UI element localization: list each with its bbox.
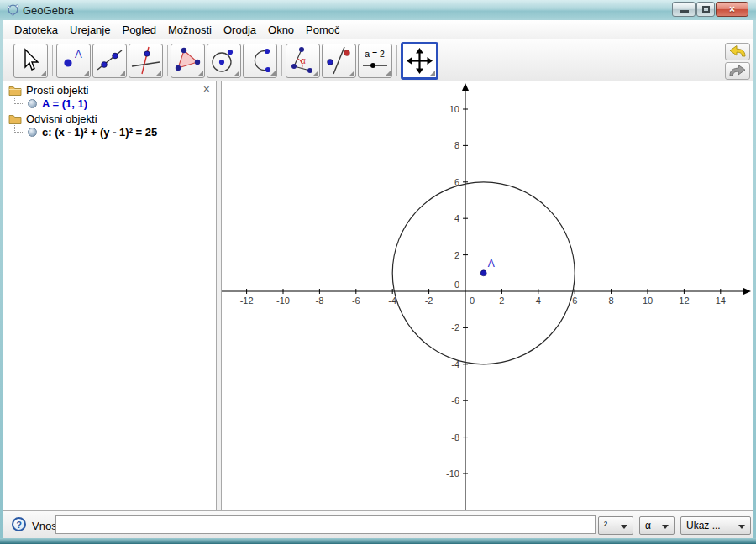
algebra-object-row[interactable]: A = (1, 1) [14,97,216,110]
tool-options-icon [312,71,318,76]
menu-item-orodja[interactable]: Orodja [218,20,262,36]
algebra-section[interactable]: Prosti objekti [8,84,216,97]
undo-icon [726,44,749,60]
geogebra-logo-icon [7,3,19,16]
menu-item-pogled[interactable]: Pogled [116,20,161,36]
svg-text:-8: -8 [316,296,324,306]
y-axis-arrow [462,83,469,91]
geogebra-window: GeoGebra × DatotekaUrejanjePogledMožnost… [0,0,756,544]
close-button[interactable]: × [716,2,748,17]
dropdown-value: α [645,520,651,531]
tool-angle-button[interactable]: α [286,44,320,78]
tool-options-icon [197,71,203,76]
folder-icon [8,85,22,96]
object-visibility-marble-icon[interactable] [28,128,37,137]
toolbar-separator [396,45,397,76]
svg-text:2: 2 [454,250,459,260]
svg-text:0: 0 [470,296,475,306]
tool-new-point-button[interactable]: A [56,44,91,78]
svg-text:α: α [301,56,306,65]
svg-text:-10: -10 [446,468,459,479]
toolbar-separator [52,45,53,76]
algebra-section[interactable]: Odvisni objekti [8,112,216,125]
tool-line-button[interactable] [92,44,127,78]
object-visibility-marble-icon[interactable] [28,99,37,108]
maximize-button[interactable] [696,2,715,17]
tool-move-graphics-view-button[interactable] [401,42,438,80]
command-dropdown[interactable]: Ukaz ... [680,516,751,535]
svg-text:8: 8 [454,140,459,150]
menu-item-urejanje[interactable]: Urejanje [64,20,116,36]
dropdown-value: ² [604,520,607,531]
svg-text:0: 0 [454,280,459,290]
dropdown-value: Ukaz ... [686,520,721,531]
tree-connector [14,125,24,133]
tool-slider-button[interactable]: a = 2 [358,44,392,78]
redo-icon [726,63,749,79]
maximize-icon [702,6,710,13]
algebra-close-icon[interactable]: × [203,82,210,96]
svg-text:-2: -2 [425,296,433,306]
x-axis-arrow [743,288,751,295]
symbol-superscript-dropdown[interactable]: ² [598,516,633,535]
minimize-icon [680,10,689,13]
svg-text:8: 8 [609,296,614,306]
menu-item-okno[interactable]: Okno [262,20,300,36]
svg-text:-12: -12 [240,296,254,306]
menu-item-pomoč[interactable]: Pomoč [300,20,345,36]
algebra-section-label: Odvisni objekti [26,112,97,125]
svg-text:12: 12 [679,296,689,306]
algebra-object-text: c: (x - 1)² + (y - 1)² = 25 [42,126,157,139]
chevron-down-icon [662,525,669,529]
undo-button[interactable] [725,43,750,60]
svg-text:-6: -6 [451,395,459,405]
algebra-view: × Prosti objektiA = (1, 1)Odvisni objekt… [3,81,216,510]
tool-conic-button[interactable] [243,44,277,78]
tool-options-icon [40,71,46,76]
folder-icon [8,113,22,124]
menu-item-datoteka[interactable]: Datoteka [8,20,64,36]
svg-text:2: 2 [499,296,504,306]
svg-text:10: 10 [449,104,459,114]
help-icon[interactable]: ? [12,517,26,531]
redo-button[interactable] [725,62,750,80]
tool-options-icon [83,71,89,76]
menu-item-možnosti[interactable]: Možnosti [162,20,218,36]
point-A-label: A [488,258,495,269]
graphics-view[interactable]: -12-10-8-6-4-2024681012141086420-2-4-6-8… [222,81,753,510]
command-input[interactable] [55,515,596,534]
tool-perpendicular-line-button[interactable] [129,44,163,78]
svg-text:a = 2: a = 2 [365,49,385,59]
svg-text:10: 10 [643,296,653,306]
tool-polygon-button[interactable] [171,44,205,78]
panel-splitter[interactable] [216,81,222,510]
algebra-object-text: A = (1, 1) [42,97,87,110]
tree-connector [14,97,24,104]
svg-text:4: 4 [454,213,459,223]
svg-text:14: 14 [716,296,726,306]
svg-text:6: 6 [572,296,577,306]
tool-options-icon [385,71,391,76]
tool-options-icon [429,71,435,76]
graphics-svg[interactable]: -12-10-8-6-4-2024681012141086420-2-4-6-8… [222,81,753,510]
window-frame-bottom [0,538,756,544]
svg-text:-10: -10 [276,296,290,306]
algebra-object-row[interactable]: c: (x - 1)² + (y - 1)² = 25 [14,125,216,139]
minimize-button[interactable] [672,2,696,17]
chevron-down-icon [738,525,745,529]
tool-mirror-button[interactable] [322,44,356,78]
point-A [480,270,486,276]
toolbar: A [3,39,753,81]
symbol-greek-dropdown[interactable]: α [639,516,675,535]
svg-text:A: A [75,48,82,60]
tool-options-icon [119,71,125,76]
toolbar-separator [167,45,168,76]
tool-options-icon [155,71,161,76]
tool-circle-center-point-button[interactable] [207,44,241,78]
tool-move-button[interactable] [13,44,48,78]
tool-options-icon [349,71,354,76]
tool-options-icon [234,71,239,76]
svg-text:-2: -2 [451,322,459,332]
main-area: × Prosti objektiA = (1, 1)Odvisni objekt… [3,81,753,510]
title-bar[interactable]: GeoGebra × [0,0,756,20]
